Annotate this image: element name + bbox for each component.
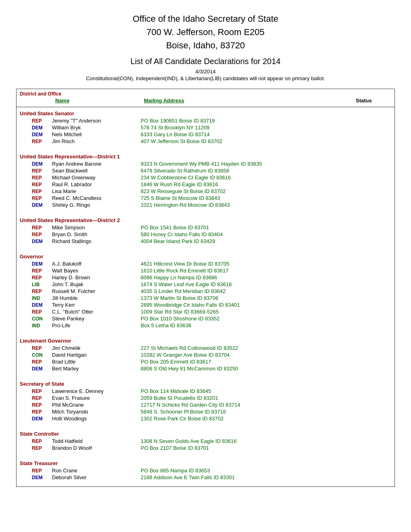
- candidate-name: Todd Hatfield: [52, 438, 141, 444]
- party-badge: REP: [20, 468, 52, 474]
- candidate-address: 6478 Silverado St Rathdrum ID 83858: [141, 168, 359, 174]
- column-headers: Name Mailing Address Status: [20, 97, 391, 105]
- table-row: DEMA.J. Balukoff4621 Hillcrest View Dr B…: [20, 260, 391, 267]
- party-badge: DEM: [20, 132, 52, 137]
- section-title-2: United States Representative—District 2: [20, 217, 391, 223]
- candidate-name: Bert Marley: [52, 366, 141, 372]
- candidate-name: C.L. "Butch" Otter: [52, 309, 141, 315]
- candidate-name: Bryan D. Smith: [52, 231, 141, 237]
- section-title-5: Secretary of State: [20, 381, 391, 387]
- candidate-address: 1308 N Seven Golds Ave Eagle ID 83616: [141, 438, 359, 444]
- section-title-1: United States Representative—District 1: [20, 154, 391, 160]
- table-row: CONDavid Hartigan10282 W Granger Ave Boi…: [20, 351, 391, 358]
- section-3: GovernorDEMA.J. Balukoff4621 Hillcrest V…: [17, 250, 394, 335]
- party-badge: DEM: [20, 239, 52, 244]
- candidate-name: Richard Stallings: [52, 238, 141, 244]
- candidate-address: 1302 Rose Park Cir Boise ID 83702: [141, 416, 359, 422]
- table-row: REPLawerence E. DenneyPO Box 114 Midvale…: [20, 388, 391, 395]
- candidate-address: 9323 N Government Wy PMB 411 Hayden ID 8…: [141, 161, 359, 167]
- table-row: INDPro-LifeBox 5 Letha ID 83636: [20, 322, 391, 329]
- section-spacer: [20, 145, 391, 149]
- candidate-address: 407 W Jefferson St Boise ID 83702: [141, 138, 359, 144]
- table-row: REPRussell M. Fulcher4035 S Linder Rd Me…: [20, 288, 391, 295]
- table-row: REPMike SimpsonPO Box 1541 Boise ID 8370…: [20, 224, 391, 231]
- section-2: United States Representative—District 2R…: [17, 214, 394, 250]
- table-row: REPReed C. McCandless725 S Blaine St Mos…: [20, 195, 391, 202]
- candidate-name: Reed C. McCandless: [52, 195, 141, 201]
- party-badge: REP: [20, 232, 52, 237]
- candidate-address: 578 74 St Brooklyn NY 11209: [141, 125, 359, 131]
- candidate-name: Ron Crane: [52, 468, 141, 474]
- candidate-address: 4004 Bear Island Park ID 83429: [141, 238, 359, 244]
- candidate-address: 6333 Gary Ln Boise ID 83714: [141, 131, 359, 137]
- table-row: DEMWilliam Bryk578 74 St Brooklyn NY 112…: [20, 124, 391, 131]
- candidate-name: Raul R. Labrador: [52, 181, 141, 187]
- col-header-name: Name: [55, 98, 144, 104]
- candidate-address: 2059 Butte St Pocatello ID 83201: [141, 395, 359, 401]
- table-row: CONSteve PankeyPO Box 1010 Shoshone ID 8…: [20, 315, 391, 322]
- candidate-name: William Bryk: [52, 125, 141, 131]
- candidate-name: David Hartigan: [52, 352, 141, 358]
- candidate-name: Pro-Life: [52, 322, 141, 328]
- candidate-name: Shirley G. Ringo: [52, 202, 141, 208]
- table-row: REPTodd Hatfield1308 N Seven Golds Ave E…: [20, 438, 391, 445]
- table-row: DEMTerry Kerr2895 Woodbridge Cir Idaho F…: [20, 301, 391, 308]
- candidate-name: Brandon D Woolf: [52, 445, 141, 451]
- party-badge: REP: [20, 182, 52, 187]
- candidate-address: PO Box 1541 Boise ID 83701: [141, 224, 359, 231]
- party-badge: REP: [20, 189, 52, 194]
- table-row: REPJeremy "T" AndersonPO Box 190851 Bois…: [20, 117, 391, 124]
- party-badge: REP: [20, 268, 52, 274]
- candidate-address: 1846 W Rush Rd Eagle ID 83616: [141, 181, 359, 187]
- section-1: United States Representative—District 1D…: [17, 150, 394, 214]
- section-spacer: [20, 481, 391, 485]
- party-badge: REP: [20, 395, 52, 401]
- candidate-name: Jill Humble: [52, 295, 141, 301]
- candidate-name: Evan S. Frasure: [52, 395, 141, 401]
- table-row: DEMDeborah Silver2188 Addison Ave E Twin…: [20, 474, 391, 481]
- table-row: REPC.L. "Butch" Otter1009 Star Rd Star I…: [20, 308, 391, 315]
- section-spacer: [20, 451, 391, 455]
- candidate-address: PO Box 205 Emmett ID 83617: [141, 359, 359, 365]
- candidate-address: 1373 W Martin St Boise ID 83706: [141, 295, 359, 301]
- table-row: REPEvan S. Frasure2059 Butte St Pocatell…: [20, 395, 391, 401]
- party-badge: REP: [20, 225, 52, 231]
- section-spacer: [20, 422, 391, 426]
- section-spacer: [20, 372, 391, 376]
- party-badge: REP: [20, 359, 52, 365]
- table-row: REPMitch Toryanski5848 S. Schooner Pl Bo…: [20, 408, 391, 415]
- candidate-name: A.J. Balukoff: [52, 261, 141, 267]
- section-spacer: [20, 329, 391, 333]
- party-badge: CON: [20, 352, 52, 358]
- org-title: Office of the Idaho Secretary of State 7…: [16, 12, 395, 52]
- table-row: DEMShirley G. Ringo1021 Herrington Rd Mo…: [20, 202, 391, 208]
- table-row: REPPhil McGrane12717 N Schicks Rd Garden…: [20, 401, 391, 408]
- party-badge: DEM: [20, 302, 52, 308]
- table-row: REPBrad LittlePO Box 205 Emmett ID 83617: [20, 358, 391, 365]
- section-title-3: Governor: [20, 254, 391, 260]
- party-badge: REP: [20, 445, 52, 451]
- party-badge: REP: [20, 389, 52, 394]
- candidate-name: Nels Mitchell: [52, 131, 141, 137]
- candidate-address: 4035 S Linder Rd Meridian ID 83642: [141, 288, 359, 294]
- party-badge: REP: [20, 345, 52, 351]
- section-title-7: State Treasurer: [20, 460, 391, 466]
- party-badge: IND: [20, 295, 52, 301]
- party-badge: REP: [20, 175, 52, 181]
- table-row: REPJim Chmelik227 St Michaels Rd Cottonw…: [20, 345, 391, 351]
- candidate-name: Mitch Toryanski: [52, 409, 141, 415]
- sections-container: United States SenatorREPJeremy "T" Ander…: [17, 107, 394, 486]
- section-4: Lieutenant GovernorREPJim Chmelik227 St …: [17, 335, 394, 378]
- party-badge: REP: [20, 168, 52, 174]
- candidate-address: 2188 Addison Ave E Twin Falls ID 83301: [141, 474, 359, 480]
- party-badge: REP: [20, 402, 52, 408]
- table-row: REPJim Risch407 W Jefferson St Boise ID …: [20, 138, 391, 145]
- candidate-name: Jim Chmelik: [52, 345, 141, 351]
- table-row: REPRon CranePO Box 865 Nampa ID 83653: [20, 467, 391, 474]
- col-header-status: Status: [356, 98, 388, 104]
- candidate-name: Holli Woodings: [52, 416, 141, 422]
- candidate-name: Michael Greenway: [52, 175, 141, 181]
- candidate-address: PO Box 2107 Boise ID 83701: [141, 445, 359, 451]
- candidate-address: 234 W Cobblestone Ct Eagle ID 83616: [141, 175, 359, 181]
- candidate-address: PO Box 114 Midvale ID 83645: [141, 388, 359, 394]
